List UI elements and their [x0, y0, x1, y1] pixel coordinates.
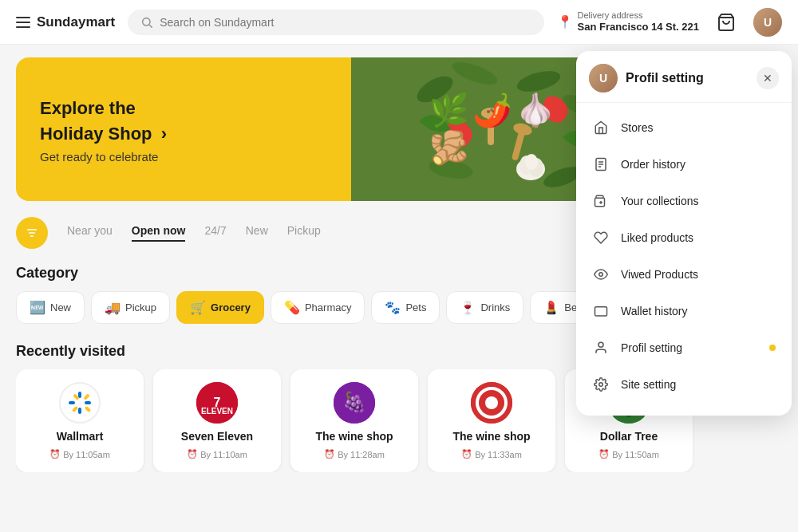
hero-left[interactable]: Explore the Holiday Shop › Get ready to …	[16, 57, 351, 201]
category-pickup[interactable]: 🚚Pickup	[91, 291, 170, 324]
search-icon	[140, 16, 153, 29]
pets-icon: 🐾	[385, 300, 401, 315]
dropdown-item-viewed[interactable]: Viwed Products	[576, 256, 792, 293]
profile-setting-dot	[769, 345, 776, 351]
spice-illustration	[411, 57, 602, 201]
category-pets-label: Pets	[405, 301, 426, 313]
svg-rect-26	[78, 408, 81, 414]
svg-rect-25	[78, 392, 81, 398]
hamburger-icon[interactable]	[16, 17, 30, 28]
svg-point-0	[143, 18, 150, 25]
dollartree-name: Dollar Tree	[600, 430, 658, 443]
store-card-walmart[interactable]: Wallmart ⏰By 11:05am	[16, 369, 144, 472]
collections-icon	[592, 192, 610, 210]
store-icon	[592, 119, 610, 136]
dropdown-site-label: Site setting	[621, 378, 676, 391]
wine2-logo-icon	[471, 382, 512, 424]
dropdown-stores-label: Stores	[621, 121, 653, 134]
wallet-icon	[592, 302, 610, 320]
store-card-wine1[interactable]: 🍇 The wine shop ⏰By 11:28am	[290, 369, 418, 472]
svg-text:ELEVEN: ELEVEN	[201, 407, 233, 416]
dropdown-item-site[interactable]: Site setting	[576, 366, 792, 403]
delivery-info: 📍 Delivery address San Francisco 14 St. …	[557, 10, 699, 34]
drinks-icon: 🍷	[460, 300, 476, 315]
dropdown-item-collections[interactable]: Your collections	[576, 183, 792, 219]
pickup-icon: 🚚	[105, 300, 120, 315]
receipt-icon	[592, 156, 610, 173]
svg-point-14	[487, 110, 490, 113]
svg-rect-11	[488, 113, 494, 145]
filter-tab-new[interactable]: New	[246, 224, 268, 242]
hero-title: Explore the Holiday Shop ›	[40, 95, 327, 144]
logo[interactable]: Sundaymart	[16, 14, 115, 30]
store-card-7eleven[interactable]: 7 ELEVEN Seven Eleven ⏰By 11:10am	[153, 369, 281, 472]
walmart-time: ⏰By 11:05am	[49, 449, 110, 459]
search-input[interactable]	[160, 16, 531, 29]
dropdown-close-button[interactable]: ✕	[757, 67, 779, 89]
svg-point-40	[485, 396, 498, 409]
dropdown-wallet-label: Wallet history	[621, 305, 688, 317]
filter-tab-pickup[interactable]: Pickup	[287, 224, 321, 242]
dropdown-liked-label: Liked products	[621, 231, 693, 244]
wine2-logo	[471, 382, 512, 424]
svg-point-51	[599, 273, 603, 277]
svg-line-1	[149, 25, 152, 28]
filter-button[interactable]	[16, 217, 48, 249]
walmart-logo	[59, 382, 101, 424]
wine2-time: ⏰By 11:33am	[461, 449, 522, 459]
svg-rect-28	[85, 401, 91, 404]
pharmacy-icon: 💊	[284, 300, 300, 315]
walmart-spark-icon	[65, 388, 94, 417]
cart-button[interactable]	[712, 8, 741, 37]
svg-point-12	[512, 121, 534, 137]
category-drinks[interactable]: 🍷Drinks	[446, 291, 523, 324]
delivery-text: Delivery address San Francisco 14 St. 22…	[578, 10, 699, 34]
category-pets[interactable]: 🐾Pets	[371, 291, 440, 324]
dropdown-item-liked[interactable]: Liked products	[576, 219, 792, 256]
header-right: 📍 Delivery address San Francisco 14 St. …	[557, 8, 782, 37]
filter-tab-open-now[interactable]: Open now	[132, 224, 186, 242]
logo-text: Sundaymart	[37, 14, 115, 30]
main-content: Explore the Holiday Shop › Get ready to …	[0, 45, 798, 532]
category-grocery-label: Grocery	[211, 301, 251, 313]
svg-text:🍇: 🍇	[342, 390, 366, 413]
category-pharmacy[interactable]: 💊Pharmacy	[271, 291, 365, 324]
svg-point-10	[481, 108, 500, 119]
dropdown-item-wallet[interactable]: Wallet history	[576, 293, 792, 329]
dropdown-order-history-label: Order history	[621, 158, 685, 171]
dollartree-time: ⏰By 11:50am	[598, 449, 659, 459]
search-bar[interactable]	[128, 10, 543, 35]
profile-dropdown: U Profil setting ✕ Stores Order history	[576, 51, 792, 416]
new-icon: 🆕	[30, 300, 45, 315]
heart-icon	[592, 229, 610, 246]
filter-icon	[26, 227, 38, 239]
svg-rect-27	[69, 401, 75, 404]
dropdown-menu: Stores Order history Your collections Li…	[576, 103, 792, 409]
wine1-time: ⏰By 11:28am	[324, 449, 385, 459]
category-pharmacy-label: Pharmacy	[305, 301, 352, 313]
dropdown-item-profile[interactable]: Profil setting	[576, 329, 792, 366]
avatar[interactable]: U	[753, 8, 782, 37]
category-grocery[interactable]: 🛒Grocery	[176, 291, 264, 324]
wine1-logo-icon: 🍇	[334, 382, 375, 424]
wine1-name: The wine shop	[315, 430, 393, 443]
filter-tab-24-7[interactable]: 24/7	[204, 224, 226, 242]
category-new[interactable]: 🆕New	[16, 291, 85, 324]
filter-tabs: Near you Open now 24/7 New Pickup	[67, 224, 321, 242]
dropdown-avatar: U	[589, 64, 618, 93]
dropdown-collections-label: Your collections	[621, 195, 699, 207]
svg-point-15	[490, 108, 493, 112]
gear-icon	[592, 376, 610, 393]
svg-point-20	[525, 154, 538, 170]
dropdown-item-order-history[interactable]: Order history	[576, 146, 792, 183]
svg-rect-52	[595, 307, 607, 316]
dropdown-item-stores[interactable]: Stores	[576, 109, 792, 146]
category-drinks-label: Drinks	[480, 301, 510, 313]
store-card-wine2[interactable]: The wine shop ⏰By 11:33am	[428, 369, 555, 472]
person-icon	[592, 339, 610, 357]
dropdown-viewed-label: Viwed Products	[621, 268, 698, 281]
category-pickup-label: Pickup	[125, 301, 156, 313]
delivery-address: San Francisco 14 St. 221	[578, 21, 699, 33]
7eleven-logo-icon: 7 ELEVEN	[196, 382, 238, 424]
filter-tab-near-you[interactable]: Near you	[67, 224, 113, 242]
